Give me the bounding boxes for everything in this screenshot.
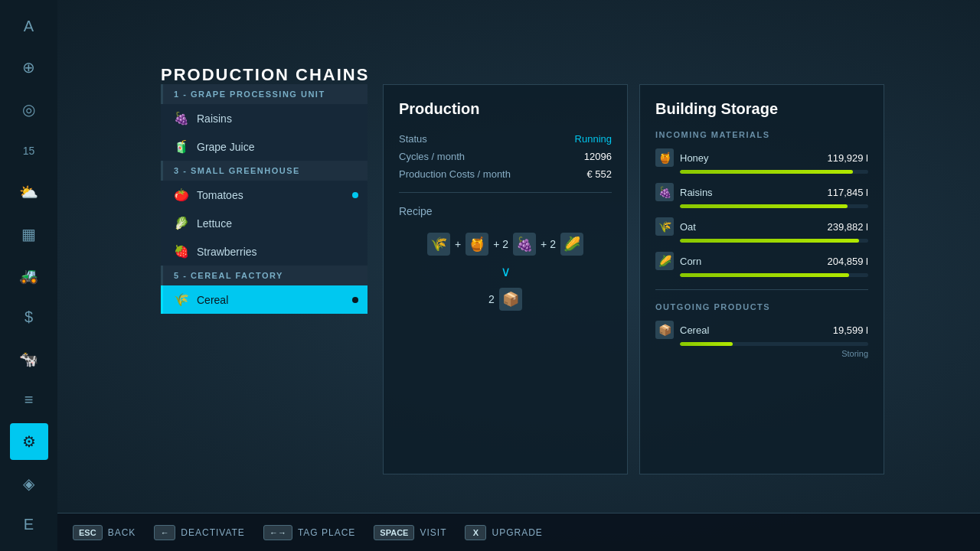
costs-label: Production Costs / month [399, 168, 511, 180]
arrow-down-icon: ∨ [501, 263, 511, 280]
honey-bar-fill [680, 170, 853, 174]
plus-3-label: + 2 [541, 238, 556, 250]
plus-1: + [455, 238, 461, 250]
deactivate-label: DEACTIVATE [181, 527, 245, 538]
outgoing-header: OUTGOING PRODUCTS [655, 302, 868, 311]
esc-key: ESC [73, 525, 103, 540]
cereal-out-name: Cereal [680, 324, 827, 336]
chain-item-label: Strawberries [197, 246, 257, 258]
oat-bar-fill [680, 239, 859, 243]
grape-juice-icon: 🧃 [174, 139, 189, 154]
recipe-area: 🌾 + 🍯 + 2 🍇 + 2 🌽 ∨ 2 📦 [399, 233, 612, 311]
status-label: Status [399, 133, 427, 145]
sidebar-item-steering[interactable]: ◎ [10, 91, 48, 128]
sidebar-item-production[interactable]: ⚙ [10, 423, 48, 460]
visit-label: VISIT [420, 527, 446, 538]
ingredient-wheat-icon: 🌾 [427, 233, 450, 256]
output-cereal-icon: 📦 [499, 288, 522, 311]
recipe-title: Recipe [399, 205, 612, 217]
incoming-header: INCOMING MATERIALS [655, 130, 868, 139]
ingredient-honey-icon: 🍯 [466, 233, 488, 256]
raisins-bar [680, 204, 868, 208]
tasks-icon: ≡ [24, 391, 34, 409]
chain-item-strawberries[interactable]: 🍓 Strawberries [161, 237, 368, 266]
sidebar-item-globe[interactable]: ⊕ [10, 49, 48, 86]
chain-item-grape-juice[interactable]: 🧃 Grape Juice [161, 132, 368, 161]
storage-item-cereal-out: 📦 Cereal 19,599 l Storing [655, 321, 868, 358]
storage-panel: Building Storage INCOMING MATERIALS 🍯 Ho… [639, 84, 884, 474]
active-dot-cereal [352, 297, 358, 303]
storage-item-oat: 🌾 Oat 239,882 l [655, 217, 868, 243]
back-button[interactable]: ESC BACK [73, 525, 136, 540]
cereal-out-icon: 📦 [655, 321, 674, 339]
honey-name: Honey [680, 152, 822, 164]
honey-icon: 🍯 [655, 148, 674, 167]
cereal-out-bar [680, 342, 868, 346]
tag-key: ←→ [263, 525, 292, 540]
animal-icon: 🐄 [19, 350, 38, 368]
production-panel: Production Status Running Cycles / month… [383, 84, 628, 474]
cereal-out-bar-fill [680, 342, 733, 346]
honey-amount: 119,929 l [828, 152, 869, 164]
oat-amount: 239,882 l [828, 221, 869, 233]
corn-icon: 🌽 [655, 252, 674, 270]
visit-button[interactable]: SPACE VISIT [374, 525, 446, 540]
sidebar: A ⊕ ◎ 15 ⛅ ▦ 🚜 $ 🐄 ≡ ⚙ ◈ E [0, 0, 57, 551]
sidebar-item-map[interactable]: ◈ [10, 465, 48, 501]
costs-value: € 552 [586, 168, 612, 180]
chart-icon: ▦ [21, 225, 36, 243]
storage-item-honey: 🍯 Honey 119,929 l [655, 148, 868, 174]
chain-group-cereal: 5 - CEREAL FACTORY [161, 266, 368, 285]
sidebar-item-dollar[interactable]: $ [10, 298, 48, 335]
tomatoes-icon: 🍅 [174, 187, 189, 202]
sidebar-item-calendar[interactable]: 15 [10, 132, 48, 169]
cycles-value: 12096 [584, 151, 612, 162]
dollar-icon: $ [24, 308, 33, 326]
back-label: BACK [108, 527, 136, 538]
chain-item-lettuce[interactable]: 🥬 Lettuce [161, 209, 368, 237]
chain-item-raisins[interactable]: 🍇 Raisins [161, 104, 368, 132]
status-value: Running [575, 133, 612, 145]
tag-place-button[interactable]: ←→ TAG PLACE [263, 525, 355, 540]
chain-item-tomatoes[interactable]: 🍅 Tomatoes [161, 181, 368, 209]
cereal-out-amount: 19,599 l [833, 324, 868, 336]
sidebar-item-tasks[interactable]: ≡ [10, 382, 48, 419]
upgrade-button[interactable]: X UPGRADE [465, 525, 542, 540]
space-key: SPACE [374, 525, 414, 540]
chain-group-greenhouse: 3 - SMALL GREENHOUSE [161, 161, 368, 181]
oat-name: Oat [680, 221, 822, 233]
tractor-icon: 🚜 [19, 266, 38, 285]
deactivate-button[interactable]: ← DEACTIVATE [154, 525, 245, 540]
deactivate-key: ← [154, 525, 175, 540]
oat-icon: 🌾 [655, 217, 674, 236]
sidebar-item-weather[interactable]: ⛅ [10, 174, 48, 210]
cereal-icon: 🌾 [174, 292, 189, 307]
corn-name: Corn [680, 256, 822, 267]
chain-item-label: Tomatoes [197, 189, 243, 201]
production-title: Production [399, 100, 612, 118]
chain-item-cereal[interactable]: 🌾 Cereal [161, 285, 368, 314]
sidebar-item-tractor[interactable]: 🚜 [10, 257, 48, 294]
active-dot [352, 192, 358, 198]
storage-divider [655, 289, 868, 290]
cereal-out-status: Storing [655, 349, 868, 358]
chain-item-label: Cereal [197, 294, 228, 306]
raisins-name: Raisins [680, 187, 822, 198]
storage-title: Building Storage [655, 100, 868, 118]
tag-label: TAG PLACE [298, 527, 355, 538]
plus-2-label: + 2 [493, 238, 508, 250]
corn-bar-fill [680, 273, 849, 277]
storage-item-raisins: 🍇 Raisins 117,845 l [655, 183, 868, 208]
page-title: PRODUCTION CHAINS [161, 65, 369, 85]
raisins-amount: 117,845 l [828, 187, 869, 198]
raisins-icon: 🍇 [174, 111, 189, 126]
oat-bar [680, 239, 868, 243]
sidebar-item-a[interactable]: A [10, 8, 48, 44]
sidebar-item-e[interactable]: E [10, 507, 48, 543]
storage-item-corn: 🌽 Corn 204,859 l [655, 252, 868, 277]
map-icon: ◈ [23, 474, 34, 493]
steering-icon: ◎ [22, 100, 35, 119]
sidebar-item-animal[interactable]: 🐄 [10, 341, 48, 377]
sidebar-item-chart[interactable]: ▦ [10, 216, 48, 253]
ingredient-corn-icon: 🌽 [560, 233, 583, 256]
